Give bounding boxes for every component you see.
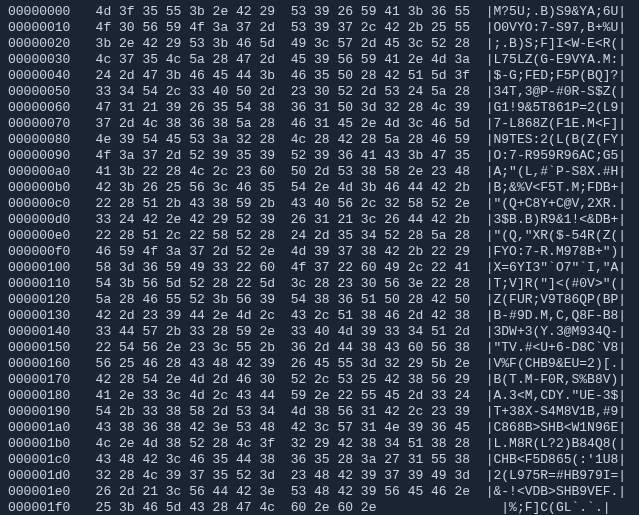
hex-bytes-column: 43 38 36 38 42 3e 53 48 42 3c 57 31 4e 3… xyxy=(80,420,486,436)
ascii-column: |A;"(L,#`P-S8X.#H| xyxy=(486,164,626,180)
hex-bytes-column: 22 54 56 2e 23 3c 55 2b 36 2d 44 38 43 6… xyxy=(80,340,486,356)
hex-row: 000001f0 25 3b 46 5d 43 28 47 4c 60 2e 6… xyxy=(8,500,631,515)
address-column: 00000050 xyxy=(8,84,80,100)
ascii-column: |"(Q+C8Y+C@V,2XR.| xyxy=(486,196,626,212)
address-column: 00000180 xyxy=(8,388,80,404)
hex-row: 00000060 47 31 21 39 26 35 54 38 36 31 5… xyxy=(8,100,631,116)
hex-bytes-column: 56 25 46 28 43 48 42 39 26 45 55 3d 32 2… xyxy=(80,356,486,372)
hex-row: 00000110 54 3b 56 5d 52 28 22 5d 3c 28 2… xyxy=(8,276,631,292)
hex-row: 000000b0 42 3b 26 25 56 3c 46 35 54 2e 4… xyxy=(8,180,631,196)
hex-bytes-column: 42 28 54 2e 4d 2d 46 30 52 2c 53 25 42 3… xyxy=(80,372,486,388)
hex-row: 00000010 4f 30 56 59 4f 3a 37 2d 53 39 3… xyxy=(8,20,631,36)
hex-row: 00000180 41 2e 33 3c 4d 2c 43 44 59 2e 2… xyxy=(8,388,631,404)
address-column: 000001c0 xyxy=(8,452,80,468)
address-column: 00000190 xyxy=(8,404,80,420)
hex-bytes-column: 22 28 51 2c 22 58 52 28 24 2d 35 34 52 2… xyxy=(80,228,486,244)
address-column: 000001d0 xyxy=(8,468,80,484)
hex-bytes-column: 33 44 57 2b 33 28 59 2e 33 40 4d 39 33 3… xyxy=(80,324,486,340)
address-column: 00000010 xyxy=(8,20,80,36)
hex-row: 00000030 4c 37 35 4c 5a 28 47 2d 45 39 5… xyxy=(8,52,631,68)
address-column: 000000c0 xyxy=(8,196,80,212)
ascii-column: |34T,3@P-#0R-S$Z(| xyxy=(486,84,626,100)
ascii-column: |%;F]C(GL`.`.| xyxy=(501,500,610,515)
ascii-column: |O0VYO:7-S97,B+%U| xyxy=(486,20,626,36)
hex-bytes-column: 32 28 4c 39 37 35 52 3d 23 48 42 39 37 3… xyxy=(80,468,486,484)
hex-row: 00000100 58 3d 36 59 49 33 22 60 4f 37 2… xyxy=(8,260,631,276)
hex-row: 00000140 33 44 57 2b 33 28 59 2e 33 40 4… xyxy=(8,324,631,340)
address-column: 00000170 xyxy=(8,372,80,388)
ascii-column: |T;V]R("]<(#0V>"(| xyxy=(486,276,626,292)
ascii-column: |B(T.M-F0R,S%B8V)| xyxy=(486,372,626,388)
ascii-column: |2(L975R=#HB979I=| xyxy=(486,468,626,484)
hex-row: 00000080 4e 39 54 45 53 3a 32 28 4c 28 4… xyxy=(8,132,631,148)
hex-row: 00000190 54 2b 33 38 58 2d 53 34 4d 38 5… xyxy=(8,404,631,420)
hex-bytes-column: 4f 30 56 59 4f 3a 37 2d 53 39 37 2c 42 2… xyxy=(80,20,486,36)
hex-row: 000000e0 22 28 51 2c 22 58 52 28 24 2d 3… xyxy=(8,228,631,244)
hex-row: 000001a0 43 38 36 38 42 3e 53 48 42 3c 5… xyxy=(8,420,631,436)
hex-bytes-column: 4f 3a 37 2d 52 39 35 39 52 39 36 41 43 3… xyxy=(80,148,486,164)
ascii-column: |L.M8R(L?2)B84Q8(| xyxy=(486,436,626,452)
hex-bytes-column: 5a 28 46 55 52 3b 56 39 54 38 36 51 50 2… xyxy=(80,292,486,308)
hex-row: 00000120 5a 28 46 55 52 3b 56 39 54 38 3… xyxy=(8,292,631,308)
hex-row: 00000160 56 25 46 28 43 48 42 39 26 45 5… xyxy=(8,356,631,372)
hex-row: 000001d0 32 28 4c 39 37 35 52 3d 23 48 4… xyxy=(8,468,631,484)
address-column: 000001b0 xyxy=(8,436,80,452)
ascii-column: |C868B>SHB<W1N96E| xyxy=(486,420,626,436)
ascii-column: |CHB<F5D865(:'1U8| xyxy=(486,452,626,468)
hex-bytes-column: 3b 2e 42 29 53 3b 46 5d 49 3c 57 2d 45 3… xyxy=(80,36,486,52)
hex-bytes-column: 41 2e 33 3c 4d 2c 43 44 59 2e 22 55 45 2… xyxy=(80,388,486,404)
hex-dump-viewer: 00000000 4d 3f 35 55 3b 2e 42 29 53 39 2… xyxy=(0,0,639,515)
ascii-column: |FYO:7-R.M978B+")| xyxy=(486,244,626,260)
ascii-column: |A.3<M,CDY."UE-3$| xyxy=(486,388,626,404)
hex-row: 00000040 24 2d 47 3b 46 45 44 3b 46 35 5… xyxy=(8,68,631,84)
ascii-column: |M?5U;.B)S9&YA;6U| xyxy=(486,4,626,20)
address-column: 000000d0 xyxy=(8,212,80,228)
hex-row: 00000020 3b 2e 42 29 53 3b 46 5d 49 3c 5… xyxy=(8,36,631,52)
hex-row: 00000130 42 2d 23 39 44 2e 4d 2c 43 2c 5… xyxy=(8,308,631,324)
hex-row: 000001e0 26 2d 21 3c 56 44 42 3e 53 48 4… xyxy=(8,484,631,500)
ascii-column: |$-G;FED;F5P(BQ]?| xyxy=(486,68,626,84)
address-column: 00000150 xyxy=(8,340,80,356)
ascii-column: |&-!<VDB>SHB9VEF.| xyxy=(486,484,626,500)
address-column: 000001a0 xyxy=(8,420,80,436)
hex-bytes-column: 4c 2e 4d 38 52 28 4c 3f 32 29 42 38 34 5… xyxy=(80,436,486,452)
ascii-column: |O:7-R959R96AC;G5| xyxy=(486,148,626,164)
address-column: 000000b0 xyxy=(8,180,80,196)
hex-bytes-column: 4e 39 54 45 53 3a 32 28 4c 28 42 28 5a 2… xyxy=(80,132,486,148)
ascii-column: |B-#9D.M,C,Q8F-B8| xyxy=(486,308,626,324)
ascii-column: |3$B.B)R9&1!<&DB+| xyxy=(486,212,626,228)
hex-row: 000000d0 33 24 42 2e 42 29 52 39 26 31 2… xyxy=(8,212,631,228)
hex-row: 000001b0 4c 2e 4d 38 52 28 4c 3f 32 29 4… xyxy=(8,436,631,452)
address-column: 000000e0 xyxy=(8,228,80,244)
ascii-column: |B;&%V<F5T.M;FDB+| xyxy=(486,180,626,196)
ascii-column: |T+38X-S4M8V1B,#9| xyxy=(486,404,626,420)
address-column: 00000120 xyxy=(8,292,80,308)
hex-row: 000001c0 43 48 42 3c 46 35 44 38 36 35 2… xyxy=(8,452,631,468)
address-column: 000000a0 xyxy=(8,164,80,180)
hex-bytes-column: 41 3b 22 28 4c 2c 23 60 50 2d 53 38 58 2… xyxy=(80,164,486,180)
hex-row: 00000000 4d 3f 35 55 3b 2e 42 29 53 39 2… xyxy=(8,4,631,20)
hex-bytes-column: 24 2d 47 3b 46 45 44 3b 46 35 50 28 42 5… xyxy=(80,68,486,84)
ascii-column: |V%F(CHB9&EU=2)[.| xyxy=(486,356,626,372)
address-column: 00000140 xyxy=(8,324,80,340)
address-column: 00000040 xyxy=(8,68,80,84)
hex-row: 00000090 4f 3a 37 2d 52 39 35 39 52 39 3… xyxy=(8,148,631,164)
ascii-column: |Z(FUR;V9T86QP(BP| xyxy=(486,292,626,308)
hex-row: 00000070 37 2d 4c 38 36 38 5a 28 46 31 4… xyxy=(8,116,631,132)
hex-bytes-column: 47 31 21 39 26 35 54 38 36 31 50 3d 32 2… xyxy=(80,100,486,116)
hex-bytes-column: 22 28 51 2b 43 38 59 2b 43 40 56 2c 32 5… xyxy=(80,196,486,212)
ascii-column: |X=6YI3"`O7"`I,"A| xyxy=(486,260,626,276)
hex-row: 000000f0 46 59 4f 3a 37 2d 52 2e 4d 39 3… xyxy=(8,244,631,260)
hex-bytes-column: 33 34 54 2c 33 40 50 2d 23 30 52 2d 53 2… xyxy=(80,84,486,100)
ascii-column: |"(Q,"XR($-54R(Z(| xyxy=(486,228,626,244)
address-column: 00000090 xyxy=(8,148,80,164)
address-column: 00000130 xyxy=(8,308,80,324)
ascii-column: |L75LZ(G-E9VYA.M:| xyxy=(486,52,626,68)
hex-row: 00000150 22 54 56 2e 23 3c 55 2b 36 2d 4… xyxy=(8,340,631,356)
ascii-column: |"TV.#<U+6-D8C`V8| xyxy=(486,340,626,356)
address-column: 00000030 xyxy=(8,52,80,68)
hex-bytes-column: 26 2d 21 3c 56 44 42 3e 53 48 42 39 56 4… xyxy=(80,484,486,500)
address-column: 00000020 xyxy=(8,36,80,52)
ascii-column: |7-L868Z(F1E.M<F]| xyxy=(486,116,626,132)
address-column: 00000000 xyxy=(8,4,80,20)
